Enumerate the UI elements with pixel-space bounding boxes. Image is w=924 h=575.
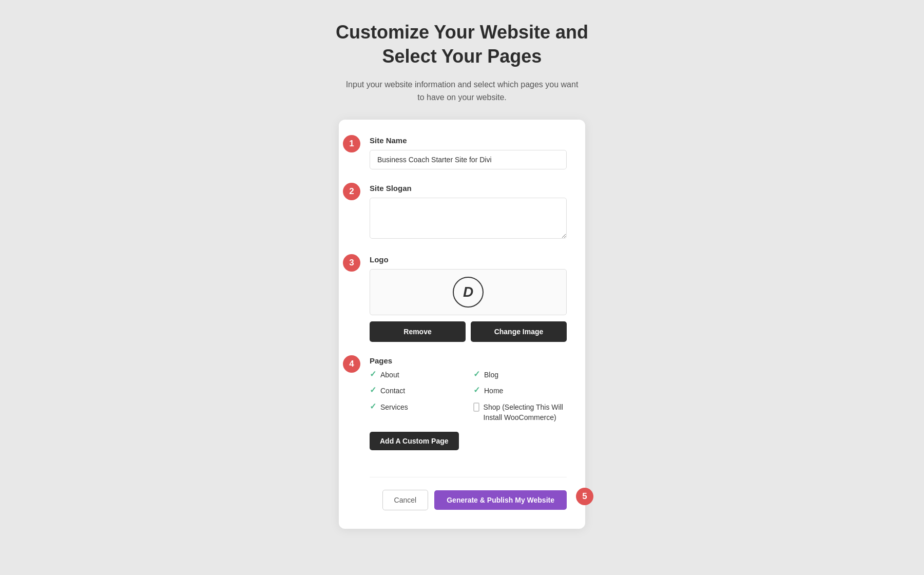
add-custom-page-button[interactable]: Add A Custom Page xyxy=(370,432,459,450)
check-about[interactable]: ✓ xyxy=(370,370,376,378)
form-card: 1 Site Name 2 Site Slogan 3 Logo D Remov… xyxy=(339,120,585,529)
site-name-section: 1 Site Name xyxy=(370,136,567,169)
list-item: ✓ Contact xyxy=(370,386,463,396)
logo-label: Logo xyxy=(370,255,567,264)
remove-button[interactable]: Remove xyxy=(370,321,466,342)
page-title: Customize Your Website and Select Your P… xyxy=(336,21,588,69)
check-blog[interactable]: ✓ xyxy=(473,370,480,378)
step-2-badge: 2 xyxy=(343,183,360,200)
list-item: Shop (Selecting This Will Install WooCom… xyxy=(473,402,567,423)
site-name-label: Site Name xyxy=(370,136,567,145)
page-shop: Shop (Selecting This Will Install WooCom… xyxy=(484,402,567,423)
logo-icon: D xyxy=(453,277,484,308)
generate-publish-button[interactable]: Generate & Publish My Website xyxy=(434,490,567,510)
site-slogan-label: Site Slogan xyxy=(370,184,567,193)
pages-grid: ✓ About ✓ Blog ✓ Contact ✓ Home xyxy=(370,370,567,423)
footer-actions: Cancel Generate & Publish My Website 5 xyxy=(370,477,567,510)
page-container: Customize Your Website and Select Your P… xyxy=(0,21,924,529)
list-item: ✓ Blog xyxy=(473,370,567,380)
site-name-input[interactable] xyxy=(370,150,567,169)
check-services[interactable]: ✓ xyxy=(370,402,376,411)
logo-preview: D xyxy=(370,269,567,315)
logo-buttons: Remove Change Image xyxy=(370,321,567,342)
check-shop[interactable] xyxy=(473,402,479,412)
logo-section: 3 Logo D Remove Change Image xyxy=(370,255,567,342)
pages-section: 4 Pages ✓ About ✓ Blog ✓ Contact xyxy=(370,356,567,463)
page-contact: Contact xyxy=(380,386,405,396)
page-blog: Blog xyxy=(484,370,498,380)
page-about: About xyxy=(380,370,399,380)
check-contact[interactable]: ✓ xyxy=(370,386,376,394)
pages-label: Pages xyxy=(370,356,567,365)
list-item: ✓ Services xyxy=(370,402,463,423)
page-services: Services xyxy=(380,402,408,413)
page-subtitle: Input your website information and selec… xyxy=(344,78,580,104)
check-home[interactable]: ✓ xyxy=(473,386,480,394)
step-1-badge: 1 xyxy=(343,135,360,152)
list-item: ✓ About xyxy=(370,370,463,380)
change-image-button[interactable]: Change Image xyxy=(471,321,567,342)
site-slogan-input[interactable] xyxy=(370,198,567,239)
page-home: Home xyxy=(484,386,503,396)
list-item: ✓ Home xyxy=(473,386,567,396)
step-3-badge: 3 xyxy=(343,254,360,272)
step-5-badge: 5 xyxy=(576,488,593,505)
site-slogan-section: 2 Site Slogan xyxy=(370,184,567,241)
cancel-button[interactable]: Cancel xyxy=(382,490,429,510)
step-4-badge: 4 xyxy=(343,355,360,373)
